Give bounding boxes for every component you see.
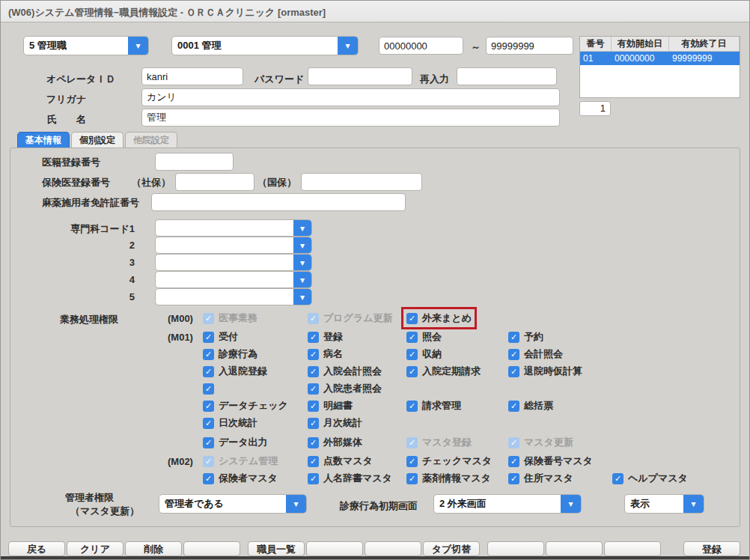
checkbox-checked-icon[interactable]: ✓ (508, 473, 519, 484)
checkbox-checked-icon[interactable]: ✓ (203, 437, 214, 448)
chevron-down-icon: ▾ (338, 37, 358, 55)
staff-list-button[interactable]: 職員一覧 (248, 541, 305, 556)
checkbox-checked-icon[interactable]: ✓ (308, 401, 319, 412)
permission-item: ✓保険番号マスタ (508, 455, 593, 467)
admin-rights-label-line1: 管理者権限 (65, 491, 114, 505)
checkbox-checked-icon[interactable]: ✓ (308, 473, 319, 484)
checkbox-checked-icon[interactable]: ✓ (203, 332, 214, 343)
checkbox-checked-icon[interactable]: ✓ (508, 401, 519, 412)
empty-button-6[interactable] (604, 541, 661, 556)
permission-label: データチェック (219, 399, 288, 413)
empty-button-5[interactable] (546, 541, 603, 556)
checkbox-checked-icon[interactable]: ✓ (203, 473, 214, 484)
back-button[interactable]: 戻る (8, 541, 65, 556)
checkbox-checked-icon[interactable]: ✓ (308, 383, 319, 395)
permission-label: 外来まとめ (422, 311, 472, 325)
permission-item: ✓入院会計照会 (308, 365, 382, 377)
checkbox-checked-icon[interactable]: ✓ (308, 456, 319, 467)
permission-item: ✓収納 (406, 348, 442, 360)
chevron-down-icon: ▾ (293, 255, 311, 270)
valid-from-input[interactable] (379, 37, 463, 55)
job-class-select[interactable]: 5 管理職 ▾ (23, 36, 149, 55)
empty-button-2[interactable] (306, 541, 363, 556)
tab-basic-info[interactable]: 基本情報 (17, 132, 70, 148)
checkbox-checked-icon[interactable]: ✓ (406, 366, 418, 377)
valid-to-input[interactable] (486, 37, 573, 55)
insurance-reg-label: 保険医登録番号 (42, 176, 110, 189)
checkbox-checked-icon[interactable]: ✓ (203, 383, 214, 395)
checkbox-checked-icon[interactable]: ✓ (308, 437, 319, 448)
specialty-code-select-5[interactable]: ▾ (155, 288, 312, 305)
permission-item: ✓外部媒体 (308, 436, 362, 448)
tab-switch-button[interactable]: タブ切替 (423, 541, 480, 556)
checkbox-checked-icon[interactable]: ✓ (203, 349, 214, 360)
empty-button-1[interactable] (183, 541, 240, 556)
reenter-label: 再入力 (420, 73, 449, 86)
reenter-input[interactable] (457, 67, 557, 85)
permission-item: ✓病名 (308, 348, 343, 360)
permission-item: ✓会計照会 (508, 348, 563, 360)
job-class-value: 5 管理職 (24, 37, 128, 55)
checkbox-checked-icon[interactable]: ✓ (406, 349, 418, 360)
checkbox-checked-icon[interactable]: ✓ (308, 332, 319, 343)
medical-reg-input[interactable] (155, 153, 234, 171)
permission-label: 医事業務 (219, 311, 257, 325)
shaho-input[interactable] (175, 173, 254, 191)
permission-item: ✓診療行為 (203, 348, 257, 360)
window-bottom-edge (1, 556, 749, 559)
checkbox-checked-icon[interactable]: ✓ (508, 349, 519, 360)
specialty-code-select-1[interactable]: ▾ (155, 219, 312, 237)
permission-group-label: (M00) (168, 313, 193, 324)
empty-button-3[interactable] (365, 541, 421, 556)
checkbox-checked-icon[interactable]: ✓ (508, 366, 519, 377)
permission-label: 人名辞書マスタ (323, 472, 392, 485)
checkbox-checked-icon[interactable]: ✓ (308, 418, 319, 429)
checkbox-checked-icon[interactable]: ✓ (406, 456, 418, 467)
specialty-code-select-2[interactable]: ▾ (155, 237, 312, 254)
checkbox-checked-icon[interactable]: ✓ (203, 366, 214, 377)
register-button[interactable]: 登録 (683, 541, 740, 556)
permission-item: ✓予約 (508, 331, 543, 343)
staff-select[interactable]: 0001 管理 ▾ (171, 36, 359, 55)
tab-individual-settings[interactable]: 個別設定 (71, 132, 124, 148)
validity-table-row[interactable]: 010000000099999999 (580, 52, 740, 65)
checkbox-checked-icon[interactable]: ✓ (508, 332, 519, 343)
checkbox-checked-icon[interactable]: ✓ (203, 418, 214, 429)
admin-rights-select[interactable]: 管理者である ▾ (159, 494, 307, 514)
specialty-code-select-4[interactable]: ▾ (155, 271, 312, 288)
delete-button[interactable]: 削除 (125, 541, 182, 556)
operator-id-input[interactable] (141, 67, 243, 85)
permission-item: ✓システム管理 (203, 455, 278, 467)
checkbox-checked-icon[interactable]: ✓ (308, 349, 319, 360)
checkbox-checked-icon[interactable]: ✓ (508, 456, 519, 467)
narcotic-license-input[interactable] (151, 193, 406, 211)
checkbox-checked-icon[interactable]: ✓ (612, 473, 624, 484)
basic-info-panel: 医籍登録番号 保険医登録番号 （社保） （国保） 麻薬施用者免許証番号 専門科コ… (10, 147, 740, 527)
initial-screen-select[interactable]: 2 外来画面 ▾ (433, 494, 582, 514)
checkbox-checked-icon[interactable]: ✓ (203, 401, 214, 412)
password-input[interactable] (308, 67, 412, 85)
operator-id-label: オペレータＩＤ (46, 73, 115, 86)
checkbox-checked-icon[interactable]: ✓ (406, 401, 418, 412)
kokuho-input[interactable] (301, 173, 422, 191)
permission-item: ✓チェックマスタ (406, 455, 492, 467)
row-count-field: 1 (579, 101, 611, 116)
permission-item: ✓マスタ登録 (406, 436, 472, 448)
empty-button-4[interactable] (487, 541, 544, 556)
clear-button[interactable]: クリア (67, 541, 124, 556)
checkbox-checked-icon[interactable]: ✓ (406, 313, 418, 324)
checkbox-checked-icon[interactable]: ✓ (308, 366, 319, 377)
permission-label: 登録 (323, 330, 343, 344)
validity-table[interactable]: 番号有効開始日有効終了日 010000000099999999 (579, 36, 740, 98)
specialty-code-select-3[interactable]: ▾ (155, 254, 312, 271)
validity-table-header: 番号有効開始日有効終了日 (580, 37, 740, 52)
chevron-down-icon: ▾ (293, 272, 311, 287)
chevron-down-icon: ▾ (293, 289, 311, 305)
display-select[interactable]: 表示 ▾ (624, 494, 704, 514)
checkbox-checked-icon[interactable]: ✓ (406, 332, 418, 343)
permission-item: ✓総括票 (508, 400, 553, 412)
checkbox-checked-icon[interactable]: ✓ (406, 473, 418, 484)
furigana-input[interactable] (141, 88, 560, 106)
specialty-code-label-5: 5 (40, 291, 135, 302)
name-input[interactable] (141, 109, 560, 127)
